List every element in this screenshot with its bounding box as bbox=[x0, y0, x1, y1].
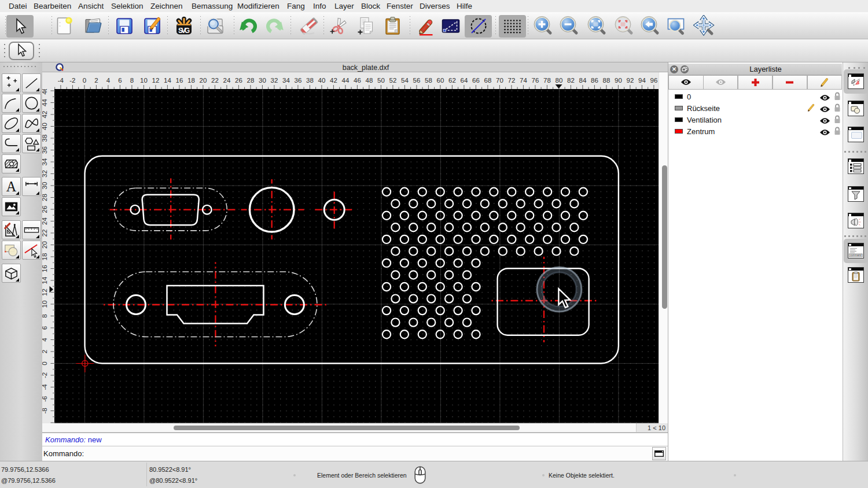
svg-text:36: 36 bbox=[295, 77, 302, 84]
svg-text:64: 64 bbox=[461, 77, 468, 84]
svg-text:72: 72 bbox=[508, 77, 516, 84]
svg-text:94: 94 bbox=[638, 77, 646, 84]
svg-text:90: 90 bbox=[615, 77, 622, 84]
svg-text:58: 58 bbox=[425, 77, 432, 84]
svg-text:48: 48 bbox=[366, 77, 373, 84]
svg-text:74: 74 bbox=[520, 77, 527, 84]
svg-text:-8: -8 bbox=[42, 408, 48, 413]
svg-text:-6: -6 bbox=[42, 396, 48, 402]
svg-text:68: 68 bbox=[484, 77, 492, 84]
svg-text:44: 44 bbox=[342, 77, 350, 84]
svg-text:14: 14 bbox=[164, 77, 171, 84]
svg-text:32: 32 bbox=[271, 77, 278, 84]
svg-text:78: 78 bbox=[543, 77, 551, 84]
svg-text:60: 60 bbox=[437, 77, 444, 84]
svg-text:0: 0 bbox=[42, 361, 48, 365]
svg-text:30: 30 bbox=[42, 182, 48, 190]
svg-text:6: 6 bbox=[118, 77, 122, 84]
svg-text:32: 32 bbox=[42, 170, 48, 178]
svg-text:40: 40 bbox=[318, 77, 326, 84]
svg-text:8: 8 bbox=[130, 77, 134, 84]
svg-text:34: 34 bbox=[42, 158, 48, 165]
svg-text:62: 62 bbox=[448, 77, 456, 84]
svg-text:88: 88 bbox=[603, 77, 610, 84]
svg-text:24: 24 bbox=[223, 77, 231, 84]
svg-text:2: 2 bbox=[42, 350, 48, 353]
svg-text:82: 82 bbox=[567, 77, 575, 84]
svg-text:8: 8 bbox=[42, 314, 48, 317]
svg-text:28: 28 bbox=[247, 77, 255, 84]
svg-text:20: 20 bbox=[42, 241, 48, 249]
svg-text:2: 2 bbox=[94, 77, 98, 84]
svg-text:76: 76 bbox=[532, 77, 539, 84]
svg-text:6: 6 bbox=[42, 326, 48, 330]
svg-text:16: 16 bbox=[176, 77, 183, 84]
svg-text:52: 52 bbox=[389, 77, 397, 84]
svg-text:12: 12 bbox=[152, 77, 160, 84]
svg-text:22: 22 bbox=[211, 77, 219, 84]
svg-text:50: 50 bbox=[377, 77, 385, 84]
svg-text:36: 36 bbox=[42, 146, 48, 154]
svg-text:84: 84 bbox=[579, 77, 587, 84]
svg-text:34: 34 bbox=[282, 77, 290, 84]
svg-text:-2: -2 bbox=[69, 77, 75, 84]
svg-text:42: 42 bbox=[330, 77, 337, 84]
svg-text:4: 4 bbox=[42, 338, 48, 342]
svg-text:70: 70 bbox=[496, 77, 503, 84]
svg-text:28: 28 bbox=[42, 194, 48, 201]
svg-text:0: 0 bbox=[83, 77, 86, 84]
svg-text:46: 46 bbox=[354, 77, 361, 84]
svg-text:16: 16 bbox=[42, 265, 48, 272]
svg-text:10: 10 bbox=[140, 77, 148, 84]
svg-text:96: 96 bbox=[650, 77, 658, 84]
svg-text:26: 26 bbox=[42, 206, 48, 213]
svg-text:26: 26 bbox=[235, 77, 242, 84]
svg-text:4: 4 bbox=[106, 77, 111, 84]
svg-text:38: 38 bbox=[42, 135, 48, 142]
svg-text:44: 44 bbox=[42, 99, 48, 106]
svg-text:40: 40 bbox=[42, 123, 48, 130]
svg-text:80: 80 bbox=[556, 77, 563, 84]
svg-text:54: 54 bbox=[401, 77, 409, 84]
svg-text:66: 66 bbox=[472, 77, 480, 84]
svg-text:22: 22 bbox=[42, 230, 48, 237]
svg-text:A: A bbox=[6, 179, 16, 194]
svg-text:24: 24 bbox=[42, 217, 48, 224]
svg-text:-2: -2 bbox=[42, 372, 48, 378]
svg-text:86: 86 bbox=[591, 77, 598, 84]
svg-text:-4: -4 bbox=[42, 384, 48, 390]
svg-text:-4: -4 bbox=[58, 77, 64, 84]
svg-text:18: 18 bbox=[42, 253, 48, 261]
svg-text:56: 56 bbox=[413, 77, 421, 84]
svg-text:10: 10 bbox=[42, 301, 48, 308]
svg-text:42: 42 bbox=[42, 111, 48, 119]
svg-text:20: 20 bbox=[200, 77, 207, 84]
svg-text:38: 38 bbox=[306, 77, 314, 84]
svg-text:92: 92 bbox=[627, 77, 634, 84]
svg-text:18: 18 bbox=[187, 77, 195, 84]
svg-text:30: 30 bbox=[259, 77, 266, 84]
svg-text:SVG: SVG bbox=[178, 26, 190, 34]
svg-text:command: command bbox=[850, 254, 862, 257]
svg-text:14: 14 bbox=[42, 276, 48, 284]
svg-text:12: 12 bbox=[42, 289, 48, 296]
svg-text:46: 46 bbox=[42, 89, 48, 94]
